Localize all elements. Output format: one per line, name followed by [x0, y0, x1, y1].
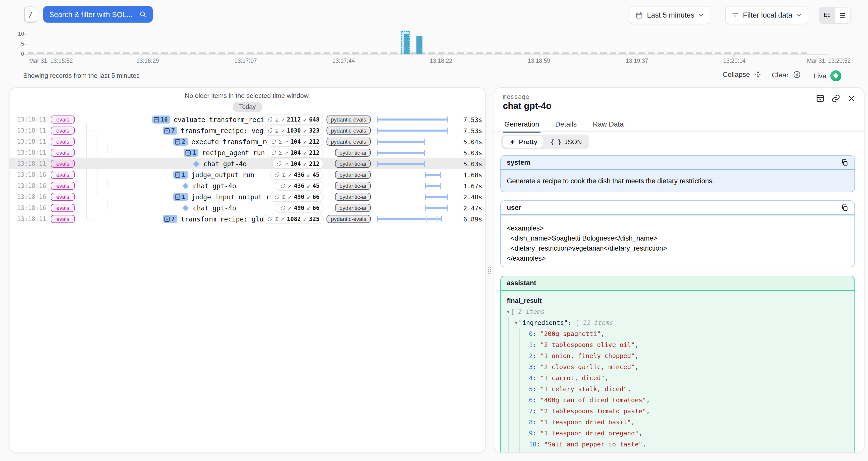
- tab-raw-data[interactable]: Raw Data: [591, 120, 625, 132]
- leaf-diamond-icon: [182, 205, 189, 211]
- span-name: recipe_agent run: [202, 149, 265, 156]
- duration: 2.48s: [453, 193, 482, 201]
- time-range-dropdown[interactable]: Last 5 minutes: [629, 6, 711, 24]
- tag-chip[interactable]: pydantic-ai: [335, 193, 371, 201]
- duration: 1.67s: [453, 182, 482, 190]
- tag-chip[interactable]: pydantic-ai: [335, 182, 371, 190]
- evals-badge[interactable]: evals: [51, 215, 74, 223]
- table-row[interactable]: 13:18:11 evals 7 transform_recipe: glute…: [9, 213, 485, 224]
- duration-bar: [377, 119, 448, 121]
- evals-badge[interactable]: evals: [51, 182, 74, 190]
- table-row[interactable]: 13:18:11 evals 2 execute transform_recip…: [9, 136, 485, 147]
- table-row[interactable]: 13:18:16 evals chat gpt-4o ↗436↙45 pydan…: [9, 180, 485, 191]
- row-timestamp: 13:18:11: [17, 160, 46, 167]
- status-row: Showing records from the last 5 minutes …: [0, 70, 868, 83]
- evals-badge[interactable]: evals: [51, 137, 74, 146]
- tree-collapse-toggle[interactable]: 2: [173, 137, 188, 146]
- table-row[interactable]: 13:18:11 evals 16 evaluate transform_rec…: [9, 114, 485, 125]
- filter-local-data-label: Filter local data: [743, 11, 793, 19]
- tag-chip[interactable]: pydantic-ai: [335, 160, 371, 168]
- timeline-plot-area[interactable]: [27, 34, 829, 54]
- token-metrics-chip: Σ↗104↙212: [267, 148, 323, 158]
- duration-bar: [425, 207, 448, 209]
- copy-icon[interactable]: [841, 204, 848, 211]
- tag-chip[interactable]: pydantic-evals: [326, 137, 371, 146]
- tree-collapse-toggle[interactable]: 7: [163, 127, 177, 134]
- role-label: system: [507, 159, 530, 166]
- x-axis-label: 13:18:22: [430, 58, 452, 64]
- table-row[interactable]: 13:18:11 evals 7 transform_recipe: veget…: [9, 125, 485, 136]
- token-metrics-chip: Σ↗104↙212: [267, 136, 323, 147]
- tag-chip[interactable]: pydantic-evals: [326, 116, 371, 124]
- tag-chip[interactable]: pydantic-evals: [326, 127, 371, 134]
- token-coin-icon: [271, 150, 277, 156]
- evals-badge[interactable]: evals: [51, 204, 74, 212]
- list-view-button[interactable]: [835, 7, 850, 23]
- table-row[interactable]: 13:18:16 evals 1 judge_output run Σ↗436↙…: [9, 169, 485, 180]
- timeline-bar[interactable]: [416, 36, 423, 54]
- duration-bar-lane: [377, 172, 448, 178]
- link-icon[interactable]: [831, 94, 840, 103]
- x-axis-label: Mar 31. 13:20:52: [807, 58, 851, 64]
- message-card-system: system Generate a recipe to cook the dis…: [500, 155, 855, 192]
- role-label: assistant: [507, 279, 536, 287]
- evals-badge[interactable]: evals: [51, 193, 74, 201]
- duration-bar-lane: [377, 216, 448, 222]
- search-icon: [139, 10, 147, 18]
- close-icon[interactable]: [847, 94, 856, 103]
- today-chip[interactable]: Today: [232, 102, 262, 112]
- tree-view-button[interactable]: [819, 7, 835, 23]
- tree-collapse-toggle[interactable]: 1: [184, 149, 198, 157]
- tree-collapse-toggle[interactable]: 1: [173, 193, 188, 201]
- duration-bar: [377, 129, 448, 131]
- json-view-button[interactable]: { } JSON: [545, 136, 588, 148]
- table-row[interactable]: 13:18:16 evals chat gpt-4o ↗490↙66 pydan…: [9, 203, 485, 213]
- message-card-assistant: assistant final_result ▼{ 2 items ▼"ingr…: [500, 276, 855, 453]
- clear-button[interactable]: Clear: [772, 70, 801, 79]
- copy-icon[interactable]: [841, 159, 848, 166]
- collapse-button[interactable]: Collapse: [722, 70, 762, 78]
- detail-panel: message chat gpt-4o Generation Details R…: [494, 87, 865, 453]
- tag-chip[interactable]: pydantic-ai: [335, 149, 371, 157]
- tab-details[interactable]: Details: [554, 120, 579, 132]
- evals-badge[interactable]: evals: [51, 149, 74, 157]
- chevron-down-icon: [797, 13, 802, 17]
- row-timestamp: 13:18:16: [17, 193, 46, 201]
- search-button[interactable]: Search & filter with SQL...: [43, 6, 153, 23]
- tag-chip[interactable]: pydantic-ai: [335, 204, 371, 212]
- y-axis-tick: 5: [10, 41, 24, 47]
- evals-badge[interactable]: evals: [51, 127, 74, 134]
- tree-collapse-toggle[interactable]: 16: [152, 116, 170, 124]
- table-row[interactable]: 13:18:16 evals 1 judge_input_output run …: [9, 191, 485, 203]
- slash-shortcut-key: /: [24, 6, 37, 23]
- span-name: judge_input_output run: [191, 193, 270, 201]
- chevron-down-icon[interactable]: ▼: [515, 317, 518, 329]
- filter-local-data-dropdown[interactable]: Filter local data: [725, 6, 808, 24]
- x-axis-label: 13:16:29: [136, 58, 159, 64]
- chevron-down-icon[interactable]: ▼: [507, 306, 509, 317]
- evals-badge[interactable]: evals: [51, 116, 74, 124]
- tag-chip[interactable]: pydantic-ai: [335, 171, 371, 179]
- list-view-icon: [839, 11, 846, 19]
- tree-expand-toggle[interactable]: 7: [163, 215, 177, 223]
- evals-badge[interactable]: evals: [51, 171, 74, 179]
- timeline-bar[interactable]: [404, 34, 409, 54]
- panel-resize-handle[interactable]: [485, 266, 493, 275]
- duration-bar-lane: [377, 205, 448, 211]
- evals-badge[interactable]: evals: [51, 160, 74, 168]
- final-result-label: final_result: [507, 297, 848, 304]
- table-row[interactable]: 13:18:11 evals 1 recipe_agent run Σ↗104↙…: [9, 147, 485, 158]
- x-axis-label: 13:20:14: [723, 58, 746, 64]
- tree-collapse-toggle[interactable]: 1: [173, 171, 188, 179]
- token-metrics-chip: Σ↗1030↙323: [263, 126, 323, 135]
- tag-chip[interactable]: pydantic-evals: [326, 215, 371, 223]
- tab-generation[interactable]: Generation: [503, 120, 541, 132]
- dock-panel-icon[interactable]: [816, 94, 825, 103]
- table-row-selected[interactable]: 13:18:11 evals chat gpt-4o ↗104↙212 pyda…: [9, 158, 485, 169]
- duration-bar: [425, 174, 441, 176]
- span-name: chat gpt-4o: [193, 204, 236, 212]
- row-timestamp: 13:18:16: [17, 171, 46, 178]
- pretty-view-button[interactable]: Pretty: [503, 136, 544, 148]
- duration-bar: [377, 218, 442, 220]
- live-toggle[interactable]: Live: [813, 70, 841, 81]
